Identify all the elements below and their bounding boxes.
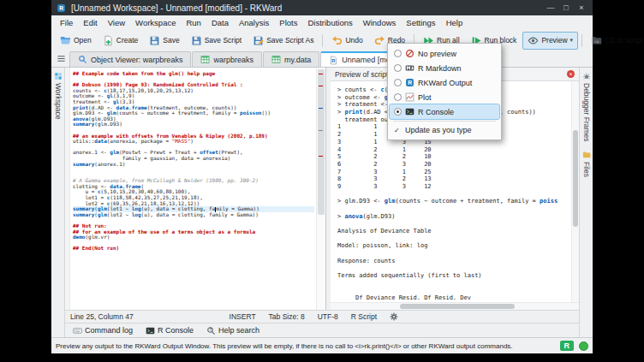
save-script-as-label: Save Script As — [266, 36, 313, 45]
toolview-label: Command log — [85, 326, 133, 335]
code-line: summary(glm(lot2 ~ log(u), data = clotti… — [73, 212, 314, 218]
tab-label: Object Viewer: warpbreaks — [91, 56, 182, 64]
tab-label: my.data — [284, 56, 311, 64]
open-button[interactable]: Open — [55, 32, 97, 50]
vertical-scroll-thumb[interactable] — [573, 130, 578, 228]
dock-button-workspace[interactable]: Workspace — [54, 72, 63, 119]
save-button[interactable]: Save — [144, 32, 184, 50]
menu-item-label: No preview — [418, 50, 456, 58]
minimize-button[interactable]: — — [545, 3, 557, 12]
console-vertical-scrollbar[interactable] — [571, 81, 579, 302]
menu-edit[interactable]: Edit — [78, 16, 102, 29]
tab-warpbreaks[interactable]: warpbreaks — [192, 51, 262, 67]
tab-my-data[interactable]: my.data — [263, 51, 319, 67]
preview-menu-item-r-console[interactable]: R Console — [390, 104, 499, 119]
preview-button[interactable]: Preview▾ — [522, 32, 578, 50]
console-line — [337, 220, 571, 228]
dock-button-files[interactable]: Files — [582, 151, 591, 177]
menu-file[interactable]: File — [55, 16, 78, 29]
input-mode[interactable]: INSERT — [230, 312, 256, 321]
console-line: 8 3 2 13 — [337, 175, 571, 183]
menu-item-label: R Markdown — [418, 64, 462, 73]
menu-workspace[interactable]: Workspace — [130, 16, 181, 29]
menu-plots[interactable]: Plots — [274, 16, 302, 29]
data-table-icon — [271, 55, 281, 64]
dock-label-files: Files — [582, 162, 591, 177]
menu-data[interactable]: Data — [206, 16, 234, 29]
cd-to-script-directory-button: CD to script directory — [586, 32, 644, 50]
tab-list-icon[interactable] — [57, 54, 66, 63]
console-line — [337, 280, 571, 288]
console-line — [337, 250, 571, 258]
tab-object-viewer-warpbreaks[interactable]: Object Viewer: warpbreaks — [69, 51, 191, 67]
console-horizontal-scrollbar[interactable] — [331, 302, 579, 310]
radio-indicator — [394, 79, 402, 86]
menu-analysis[interactable]: Analysis — [234, 16, 274, 29]
cd-to-script-directory-label: CD to script directory — [605, 36, 644, 45]
console-line: 5 2 2 10 — [337, 153, 571, 161]
preview-label: Preview — [541, 36, 567, 45]
create-label: Create — [116, 36, 139, 45]
toolview-help-search[interactable]: ?Help search — [201, 325, 265, 336]
command-log-icon — [73, 326, 82, 335]
console-icon — [405, 107, 414, 116]
menu-settings[interactable]: Settings — [401, 16, 440, 29]
r-engine-status[interactable]: R — [560, 341, 575, 351]
minimap-thumb[interactable] — [318, 69, 325, 215]
right-dock-bar: Debugger Frames Files — [579, 68, 593, 337]
menu-distributions[interactable]: Distributions — [302, 16, 357, 29]
save-script-as-button[interactable]: Save Script As — [247, 32, 319, 50]
save-icon — [149, 35, 160, 46]
preview-menu-item-plot[interactable]: Plot — [390, 90, 499, 104]
preview-menu-item-rkward-output[interactable]: RRKWard Output — [390, 75, 499, 90]
toolbar-separator — [581, 34, 582, 47]
editor-settings-icon[interactable] — [390, 312, 398, 321]
menu-run[interactable]: Run — [181, 16, 206, 29]
toolbar-separator — [322, 34, 323, 47]
save-label: Save — [163, 36, 179, 45]
console-line — [337, 191, 571, 199]
files-icon — [582, 151, 591, 159]
editor-minimap-scrollbar[interactable] — [316, 68, 325, 310]
toolview-command-log[interactable]: Command log — [68, 325, 138, 336]
menu-view[interactable]: View — [103, 16, 130, 29]
script-editor[interactable]: ## Example code taken from the glm() hel… — [65, 68, 326, 310]
status-message: Preview any output to the RKWard Output … — [56, 342, 555, 350]
minimap-marks — [319, 74, 323, 74]
dropdown-arrow-icon: ▾ — [570, 37, 574, 44]
toolview-label: R Console — [158, 326, 194, 335]
title-bar[interactable]: R [Unnamed Workspace] - Unnamed [modifie… — [51, 0, 593, 15]
rkward-icon: R — [405, 78, 414, 87]
workspace-icon — [54, 72, 63, 80]
screen: R [Unnamed Workspace] - Unnamed [modifie… — [0, 0, 644, 362]
preview-menu-item-no-preview[interactable]: No preview — [390, 46, 499, 61]
window-controls: — □ × — [545, 3, 587, 12]
console-line: 6 2 3 20 — [337, 161, 571, 169]
menu-help[interactable]: Help — [441, 16, 468, 29]
horizontal-scroll-thumb[interactable] — [400, 304, 514, 309]
console-line — [337, 288, 571, 295]
create-button[interactable]: Create — [98, 32, 144, 50]
undo-button[interactable]: Undo — [326, 32, 367, 50]
tab-size[interactable]: Tab Size: 8 — [269, 312, 305, 321]
toolview-r-console[interactable]: R Console — [140, 325, 199, 336]
menu-item-label: Update as you type — [405, 126, 472, 134]
preview-close-icon[interactable]: × — [567, 70, 575, 78]
r-status-led — [579, 341, 588, 351]
maximize-button[interactable]: □ — [560, 3, 572, 12]
preview-menu-item-r-markdown[interactable]: R Markdown — [390, 61, 499, 75]
r-console-icon — [146, 326, 155, 335]
cursor-position[interactable]: Line 25, Column 47 — [70, 312, 134, 321]
syntax-mode[interactable]: R Script — [351, 312, 377, 321]
save-script-button[interactable]: Save Script — [186, 32, 247, 50]
help-search-icon: ? — [206, 326, 216, 335]
undo-icon — [331, 35, 343, 46]
editor-code[interactable]: ## Example code taken from the glm() hel… — [70, 68, 316, 310]
debugger-icon — [582, 72, 591, 80]
preview-menu-item-update-as-you-type[interactable]: ✓Update as you type — [390, 123, 499, 137]
close-button[interactable]: × — [575, 3, 587, 12]
menu-windows[interactable]: Windows — [358, 16, 402, 29]
dock-button-debugger-frames[interactable]: Debugger Frames — [582, 72, 591, 142]
encoding[interactable]: UTF-8 — [318, 312, 338, 321]
console-line: Df Deviance Resid. Df Resid. Dev — [337, 294, 571, 302]
